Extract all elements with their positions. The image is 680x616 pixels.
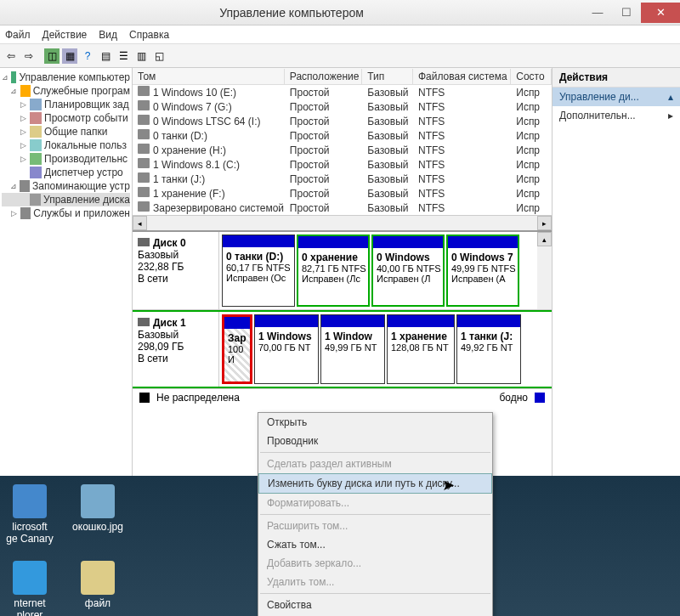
tree-item[interactable]: ▷Планировщик зад [2, 98, 130, 111]
partition[interactable]: 0 Windows40,00 ГБ NTFSИсправен (Л [371, 235, 445, 307]
desktop-icon[interactable]: nternet plorer [4, 561, 55, 616]
tree-item[interactable]: ⊿Управление компьютер [2, 71, 130, 84]
titlebar[interactable]: Управление компьютером — ☐ ✕ [0, 0, 680, 25]
menu-view[interactable]: Вид [99, 29, 117, 41]
expand-icon[interactable]: ▷ [19, 127, 27, 136]
tree-panel[interactable]: ⊿Управление компьютер⊿Служебные програм▷… [0, 68, 133, 476]
volume-icon [138, 144, 150, 154]
disk-info[interactable]: Диск 1 Базовый 298,09 ГБ В сети [133, 312, 219, 387]
volume-row[interactable]: 1 танки (J:)ПростойБазовыйNTFSИспр [133, 172, 552, 186]
desktop-icons: licrosoft ge Canaryокошко.jpg [4, 484, 123, 545]
scroll-right-icon[interactable]: ▸ [537, 216, 552, 230]
tree-item[interactable]: ▷Службы и приложен [2, 206, 130, 220]
volume-row[interactable]: 1 Windows 10 (E:)ПростойБазовыйNTFSИспр [133, 85, 552, 99]
disk-status: В сети [138, 273, 168, 285]
expand-icon[interactable]: ⊿ [10, 182, 17, 190]
tree-item[interactable]: ⊿Служебные програм [2, 84, 130, 98]
partition[interactable]: 1 Window49,99 ГБ NT [320, 314, 385, 384]
partition[interactable]: 0 хранение82,71 ГБ NTFSИсправен (Лс [297, 235, 370, 307]
menu-item[interactable]: Изменить букву диска или путь к диску... [258, 473, 492, 494]
tree-item[interactable]: ▷Общие папки [2, 125, 130, 138]
col-fs[interactable]: Файловая система [413, 69, 511, 84]
menubar: Файл Действие Вид Справка [0, 25, 680, 44]
tree-item[interactable]: ▷Просмотр событи [2, 111, 130, 125]
expand-icon[interactable]: ▷ [10, 209, 18, 218]
expand-icon[interactable]: ▷ [19, 114, 27, 122]
scroll-left-icon[interactable]: ◂ [133, 216, 147, 230]
desktop-icon[interactable]: licrosoft ge Canary [4, 484, 55, 545]
maximize-button[interactable]: ☐ [612, 3, 641, 23]
disk-status: В сети [138, 353, 168, 365]
volume-row[interactable]: Зарезервировано системойПростойБазовыйNT… [133, 201, 552, 215]
partition-header [448, 236, 518, 248]
hscrollbar[interactable]: ◂ ▸ [133, 215, 552, 230]
close-button[interactable]: ✕ [641, 3, 680, 23]
col-layout[interactable]: Расположение [285, 69, 362, 84]
tool-icon[interactable]: ◱ [151, 48, 167, 64]
tree-icon [20, 85, 31, 97]
tree-item[interactable]: Управление диска [2, 193, 130, 206]
desktop-icon[interactable]: файл [72, 561, 123, 616]
expand-icon[interactable]: ▷ [19, 100, 27, 109]
volume-row[interactable]: 0 Windows 7 (G:)ПростойБазовыйNTFSИспр [133, 99, 552, 114]
tree-icon [30, 194, 41, 206]
disk-row: Диск 0 Базовый 232,88 ГБ В сети ▴ 0 танк… [133, 232, 552, 310]
volume-header[interactable]: Том Расположение Тип Файловая система Со… [133, 68, 552, 85]
tree-label: Локальные польз [44, 139, 127, 151]
tool-icon[interactable]: ◫ [44, 48, 60, 64]
minimize-button[interactable]: — [583, 3, 612, 23]
tree-icon [20, 207, 31, 219]
tool-icon[interactable]: ? [80, 48, 95, 64]
menu-file[interactable]: Файл [5, 29, 31, 41]
menu-item[interactable]: Сжать том... [258, 535, 492, 554]
expand-icon[interactable]: ⊿ [2, 73, 8, 82]
col-status[interactable]: Состо [511, 69, 552, 84]
volume-list[interactable]: 1 Windows 10 (E:)ПростойБазовыйNTFSИспр0… [133, 85, 552, 215]
actions-more[interactable]: Дополнительн... ▸ [552, 106, 680, 125]
expand-icon[interactable]: ⊿ [10, 87, 18, 95]
vscrollbar[interactable]: ▴ [537, 232, 552, 309]
desktop-icons: nternet plorerфайл [4, 561, 123, 616]
volume-row[interactable]: 1 Windows 8.1 (C:)ПростойБазовыйNTFSИспр [133, 157, 552, 172]
col-volume[interactable]: Том [133, 69, 285, 84]
forward-icon[interactable]: ⇨ [21, 48, 37, 64]
partition[interactable]: 0 танки (D:)60,17 ГБ NTFSИсправен (Ос [222, 235, 295, 307]
tree-icon [30, 153, 42, 165]
tree-item[interactable]: ⊿Запоминающие устр [2, 179, 130, 193]
menu-separator [260, 514, 490, 515]
expand-icon[interactable]: ▷ [19, 141, 27, 150]
volume-icon [138, 187, 150, 197]
tool-icon[interactable]: ▤ [98, 48, 113, 64]
volume-row[interactable]: 0 хранение (H:)ПростойБазовыйNTFSИспр [133, 143, 552, 157]
desktop-icon[interactable]: окошко.jpg [72, 484, 123, 545]
menu-item[interactable]: Открыть [258, 413, 492, 432]
volume-icon [138, 86, 150, 96]
tree-item[interactable]: Диспетчер устро [2, 166, 130, 179]
tool-icon[interactable]: ▦ [62, 48, 77, 64]
partition[interactable]: 1 танки (J:49,92 ГБ NT [456, 314, 521, 384]
tool-icon[interactable]: ▥ [133, 48, 149, 64]
tree-item[interactable]: ▷Производительнс [2, 152, 130, 166]
context-menu[interactable]: ОткрытьПроводникСделать раздел активнымИ… [258, 412, 493, 616]
actions-main[interactable]: Управление ди... ▴ [552, 88, 680, 106]
menu-help[interactable]: Справка [129, 29, 169, 41]
expand-icon[interactable]: ▷ [19, 155, 27, 163]
scroll-up-icon[interactable]: ▴ [537, 232, 552, 246]
tool-icon[interactable]: ☰ [116, 48, 131, 64]
partition[interactable]: 1 Windows70,00 ГБ NT [254, 314, 319, 384]
menu-action[interactable]: Действие [42, 29, 88, 41]
volume-row[interactable]: 0 танки (D:)ПростойБазовыйNTFSИспр [133, 128, 552, 143]
volume-row[interactable]: 1 хранение (F:)ПростойБазовыйNTFSИспр [133, 186, 552, 201]
partition[interactable]: Зар100И [222, 314, 252, 384]
tree-item[interactable]: ▷Локальные польз [2, 138, 130, 152]
menu-item[interactable]: Свойства [258, 596, 492, 614]
icon-label: окошко.jpg [72, 521, 123, 533]
col-type[interactable]: Тип [362, 69, 413, 84]
back-icon[interactable]: ⇦ [3, 48, 19, 64]
partition[interactable]: 1 хранение128,08 ГБ NT [387, 314, 455, 384]
menu-item[interactable]: Проводник [258, 432, 492, 450]
partition[interactable]: 0 Windows 749,99 ГБ NTFSИсправен (А [446, 235, 519, 307]
tree-label: Управление диска [43, 194, 130, 206]
volume-row[interactable]: 0 Windows LTSC 64 (I:)ПростойБазовыйNTFS… [133, 114, 552, 128]
disk-info[interactable]: Диск 0 Базовый 232,88 ГБ В сети [133, 232, 219, 309]
